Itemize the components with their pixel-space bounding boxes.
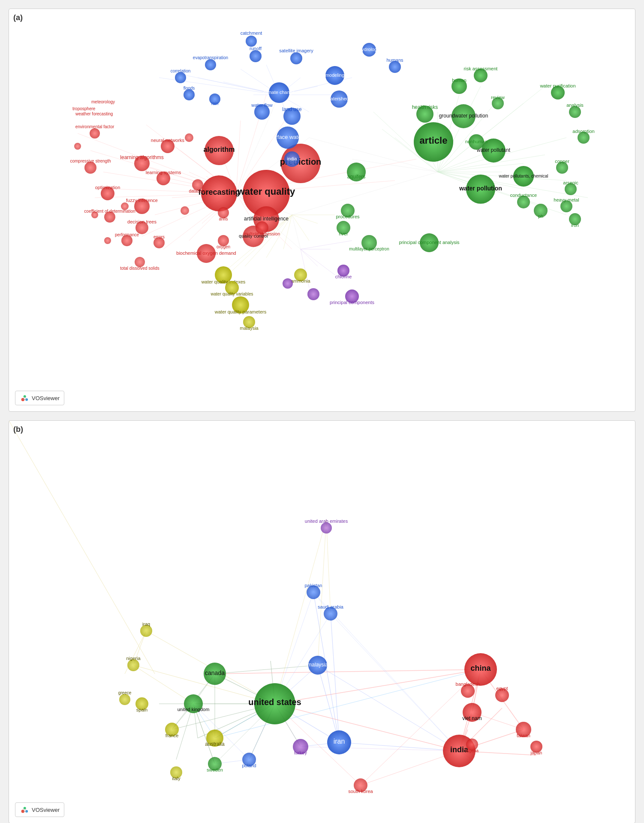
label-pakistan: pakistan <box>305 583 322 588</box>
label-neural-networks: neural-networks <box>151 138 185 143</box>
label-groundwater-pollution: groundwater pollution <box>439 113 488 119</box>
label-viet-nam: viet nam <box>462 715 481 721</box>
vos-text-b: VOSviewer <box>32 807 60 813</box>
svg-line-44 <box>438 163 524 172</box>
label-australia: australia <box>205 741 225 747</box>
label-river: river <box>339 231 348 236</box>
label-chlorine: chlorine <box>335 274 352 279</box>
label-sweden: sweden <box>207 767 223 772</box>
label-nonhuman: nonhuman <box>465 139 488 144</box>
label-italy: italy <box>172 776 181 781</box>
label-artificial-intelligence: artificial intelligence <box>244 216 289 222</box>
label-biochemical-oxygen-demand: biochemical oxygen demand <box>176 250 236 256</box>
svg-line-113 <box>318 665 339 742</box>
label-spain: spain <box>136 707 147 712</box>
node-evapotranspiration <box>205 59 216 70</box>
label-water-pollutant: water pollutant <box>476 147 511 153</box>
label-errors: errors <box>153 235 165 239</box>
label-adsorption: adsorption <box>572 129 594 134</box>
label-decision-trees: decision trees <box>127 219 156 224</box>
label-compressive-strength: compressive strength <box>70 159 111 163</box>
label-human: human <box>452 78 466 83</box>
label-algorithm: algorithm <box>204 146 235 153</box>
label-water-quality-parameters: water quality parameters <box>214 309 267 314</box>
label-water-quality-variables: water quality variables <box>211 292 253 296</box>
svg-line-83 <box>292 215 301 249</box>
label-taiwan: taiwan <box>517 733 530 738</box>
label-multilayer-perceptron: multilayer perceptron <box>349 247 389 251</box>
label-water-quality-indexes: water quality indexes <box>201 279 246 284</box>
node-uae <box>321 522 332 534</box>
label-land-use: land use <box>282 106 302 112</box>
label-egypt: egypt <box>497 686 508 691</box>
label-correlation: correlation <box>171 69 191 73</box>
panel-b-label: (b) <box>13 425 23 434</box>
label-surface-waters: surface waters <box>270 134 306 140</box>
label-runoff: runoff <box>250 46 262 51</box>
label-iraq: iraq <box>142 621 150 627</box>
panel-a-label: (a) <box>13 13 23 22</box>
label-iran: iran <box>334 738 345 745</box>
label-china: china <box>470 664 491 672</box>
node-red-2 <box>121 202 129 210</box>
panel-b: (b) <box>9 420 635 823</box>
node-purple-2 <box>283 278 293 289</box>
svg-line-22 <box>236 121 241 193</box>
svg-line-131 <box>9 421 155 674</box>
label-ph: ph <box>538 214 543 219</box>
svg-line-72 <box>301 249 318 266</box>
label-united-kingdom: united kingdom <box>178 707 210 712</box>
svg-line-110 <box>275 669 481 704</box>
label-copper: copper <box>555 159 569 164</box>
label-heavy-metal: heavy metal <box>554 197 579 202</box>
country-network-svg: united states china india iran canada ma… <box>9 421 635 811</box>
node-satellite-imagery <box>290 52 302 64</box>
label-japan: japan <box>530 750 542 755</box>
svg-line-156 <box>301 747 459 751</box>
label-environmental-factor: environmental factor <box>75 124 114 129</box>
label-malaysia-country: malaysia <box>307 662 328 668</box>
label-learning-algorithms: learning algorithms <box>120 154 163 160</box>
label-fuzzy-inference: fuzzy inference <box>126 198 158 203</box>
label-india-blue: india <box>287 156 297 161</box>
node-red-4 <box>91 211 98 218</box>
label-water-pollutants-chemical: water pollutants, chemical <box>498 174 548 178</box>
label-satellite-imagery: satellite imagery <box>279 48 313 53</box>
node-purple-1 <box>307 288 319 300</box>
node-humans <box>389 61 401 73</box>
label-water-flow: water flow <box>251 102 273 108</box>
label-optimization: optimization <box>95 185 120 190</box>
label-database: database <box>189 189 207 193</box>
label-article: article <box>420 135 448 146</box>
svg-line-75 <box>301 241 352 249</box>
label-performance: performance <box>115 232 139 237</box>
keyword-network-svg: water quality forecasting prediction alg… <box>9 9 635 399</box>
label-modeling: modeling <box>325 72 345 78</box>
label-hydrology: hydrology <box>359 47 379 52</box>
label-algeria: algeria <box>466 748 478 753</box>
node-runoff <box>250 50 262 62</box>
label-arsenic: arsenic <box>563 180 578 185</box>
label-france: france <box>166 733 179 738</box>
label-risk-assessment: risk assessment <box>464 66 498 71</box>
label-greece: greece <box>118 690 132 695</box>
label-iron: iron <box>571 223 579 228</box>
label-canada: canada <box>205 669 225 676</box>
node-red-5 <box>185 133 193 142</box>
label-total-dissolved-solids: total dissolved solids <box>120 266 159 271</box>
label-evapotranspiration: evapotranspiration <box>193 55 228 60</box>
vos-logo-b: VOSviewer <box>15 802 64 817</box>
label-learning-systems: learning systems <box>146 170 181 175</box>
svg-line-70 <box>292 215 318 223</box>
svg-line-63 <box>292 215 309 241</box>
label-rain: rain <box>211 101 219 106</box>
node-floods <box>184 89 195 100</box>
label-review: review <box>491 95 505 100</box>
label-conductance: conductance <box>510 193 537 198</box>
label-water-purification: water purification <box>539 83 575 88</box>
label-water-quality: water quality <box>237 186 295 197</box>
label-meteorology: meteorology <box>91 99 115 104</box>
node-greece <box>119 694 130 705</box>
svg-line-152 <box>331 614 459 751</box>
panel-a: (a) <box>9 9 635 412</box>
